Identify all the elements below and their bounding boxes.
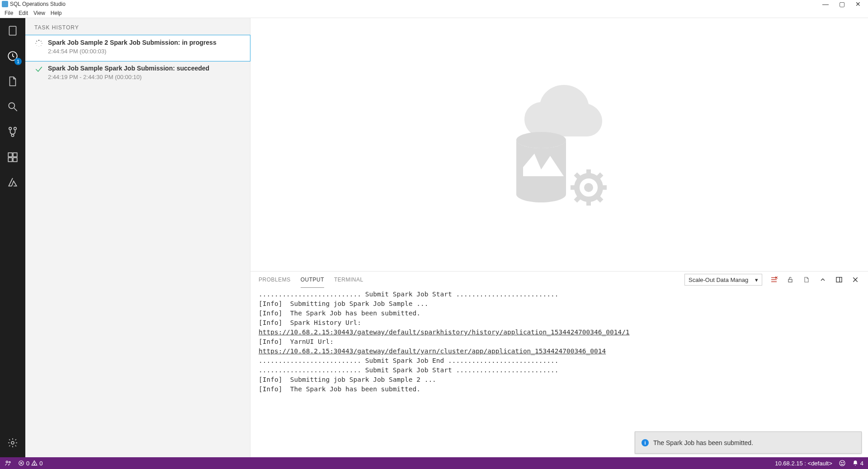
svg-rect-27 bbox=[600, 185, 607, 190]
activity-task-history[interactable]: 1 bbox=[0, 43, 25, 69]
menu-edit[interactable]: Edit bbox=[16, 9, 31, 17]
svg-rect-0 bbox=[9, 26, 16, 35]
activity-settings[interactable] bbox=[0, 430, 25, 455]
svg-rect-26 bbox=[571, 185, 577, 190]
window-title: SQL Operations Studio bbox=[10, 1, 66, 7]
task-time: 2:44:54 PM (00:00:03) bbox=[48, 48, 217, 55]
activity-source-control[interactable] bbox=[0, 119, 25, 145]
tab-terminal[interactable]: TERMINAL bbox=[334, 272, 363, 288]
svg-point-48 bbox=[34, 464, 35, 464]
svg-rect-25 bbox=[586, 199, 591, 206]
svg-rect-10 bbox=[8, 158, 12, 162]
task-title: Spark Job Sample Spark Job Submission: s… bbox=[48, 65, 209, 72]
close-panel-icon[interactable] bbox=[851, 275, 860, 284]
svg-point-43 bbox=[9, 461, 10, 463]
chevron-down-icon: ▾ bbox=[755, 277, 758, 283]
output-channel-select[interactable]: Scale-Out Data Manag ▾ bbox=[684, 274, 762, 286]
lock-scroll-icon[interactable] bbox=[786, 275, 795, 284]
spinner-icon bbox=[34, 39, 43, 48]
output-line: [Info] Submitting job Spark Job Sample .… bbox=[259, 300, 428, 307]
svg-point-13 bbox=[38, 40, 39, 41]
menu-view[interactable]: View bbox=[31, 9, 48, 17]
svg-point-49 bbox=[840, 460, 845, 466]
output-line: [Info] Submitting job Spark Job Sample 2… bbox=[259, 376, 436, 383]
error-count: 0 bbox=[26, 460, 29, 467]
output-line: [Info] Spark History Url: bbox=[259, 319, 361, 326]
output-line: [Info] The Spark Job has been submitted. bbox=[259, 310, 420, 317]
svg-point-21 bbox=[516, 132, 566, 148]
svg-point-15 bbox=[42, 43, 42, 44]
svg-point-3 bbox=[9, 103, 14, 108]
output-line: .......................... Submit Spark … bbox=[259, 357, 558, 364]
window-minimize-button[interactable]: — bbox=[817, 0, 834, 8]
toggle-panel-position-icon[interactable] bbox=[835, 275, 844, 284]
tab-problems[interactable]: PROBLEMS bbox=[259, 272, 291, 288]
svg-point-6 bbox=[14, 127, 16, 130]
panel: PROBLEMS OUTPUT TERMINAL Scale-Out Data … bbox=[250, 271, 868, 457]
output-link[interactable]: https://10.68.2.15:30443/gateway/default… bbox=[259, 347, 606, 355]
svg-line-4 bbox=[14, 108, 17, 111]
svg-point-14 bbox=[41, 41, 42, 42]
svg-point-18 bbox=[36, 45, 37, 46]
menubar: File Edit View Help bbox=[0, 8, 868, 18]
side-panel-task-history: TASK HISTORY Spark Job Sample 2 Spark Jo… bbox=[25, 18, 250, 457]
titlebar: SQL Operations Studio — ▢ ✕ bbox=[0, 0, 868, 8]
statusbar-connection[interactable]: 10.68.2.15 : <default> bbox=[775, 460, 832, 467]
svg-point-17 bbox=[38, 46, 39, 47]
svg-point-7 bbox=[11, 134, 14, 136]
chevron-up-icon[interactable] bbox=[818, 275, 827, 284]
activity-badge: 1 bbox=[14, 58, 22, 65]
database-cloud-watermark-icon bbox=[496, 77, 623, 212]
notification-toast[interactable]: i The Spark Job has been submitted. bbox=[635, 431, 862, 454]
svg-rect-38 bbox=[836, 277, 842, 282]
clear-output-icon[interactable] bbox=[769, 275, 778, 284]
svg-point-20 bbox=[36, 41, 37, 42]
output-line: [Info] YarnUI Url: bbox=[259, 338, 334, 345]
output-channel-value: Scale-Out Data Manag bbox=[689, 277, 748, 283]
window-maximize-button[interactable]: ▢ bbox=[834, 0, 850, 8]
svg-point-50 bbox=[841, 462, 841, 463]
activity-explorer[interactable] bbox=[0, 69, 25, 94]
svg-point-16 bbox=[41, 45, 42, 46]
activity-search[interactable] bbox=[0, 94, 25, 119]
statusbar-problems[interactable]: 0 0 bbox=[18, 460, 42, 467]
statusbar-notifications[interactable]: 4 bbox=[852, 460, 863, 467]
output-line: [Info] The Spark Job has been submitted. bbox=[259, 385, 420, 393]
svg-rect-9 bbox=[13, 153, 17, 157]
output-line: .......................... Submit Spark … bbox=[259, 291, 558, 298]
checkmark-icon bbox=[34, 65, 43, 74]
statusbar: 0 0 10.68.2.15 : <default> 4 bbox=[0, 457, 868, 469]
panel-tabbar: PROBLEMS OUTPUT TERMINAL Scale-Out Data … bbox=[250, 272, 868, 288]
svg-point-51 bbox=[843, 462, 843, 463]
menu-help[interactable]: Help bbox=[48, 9, 65, 17]
app-icon bbox=[2, 1, 8, 7]
activity-servers[interactable] bbox=[0, 18, 25, 43]
svg-rect-37 bbox=[788, 279, 792, 282]
statusbar-feedback[interactable] bbox=[839, 460, 846, 467]
svg-point-12 bbox=[11, 441, 14, 444]
activity-azure[interactable] bbox=[0, 170, 25, 195]
open-log-icon[interactable] bbox=[802, 275, 811, 284]
svg-point-5 bbox=[9, 127, 11, 130]
svg-rect-11 bbox=[13, 158, 17, 162]
menu-file[interactable]: File bbox=[2, 9, 16, 17]
svg-point-42 bbox=[6, 461, 8, 463]
task-history-item[interactable]: Spark Job Sample Spark Job Submission: s… bbox=[25, 61, 250, 87]
svg-rect-24 bbox=[586, 169, 591, 176]
side-panel-title: TASK HISTORY bbox=[25, 18, 250, 35]
notification-message: The Spark Job has been submitted. bbox=[653, 439, 753, 446]
activity-extensions[interactable] bbox=[0, 145, 25, 170]
window-close-button[interactable]: ✕ bbox=[850, 0, 866, 8]
svg-point-19 bbox=[35, 43, 36, 44]
task-history-item[interactable]: Spark Job Sample 2 Spark Job Submission:… bbox=[25, 35, 250, 61]
output-link[interactable]: https://10.68.2.15:30443/gateway/default… bbox=[259, 328, 630, 336]
editor-empty-state bbox=[250, 18, 868, 271]
tab-output[interactable]: OUTPUT bbox=[301, 272, 324, 288]
activity-bar: 1 bbox=[0, 18, 25, 457]
notification-count: 4 bbox=[860, 460, 863, 467]
statusbar-remote[interactable] bbox=[5, 460, 12, 467]
warning-count: 0 bbox=[39, 460, 42, 467]
svg-rect-8 bbox=[8, 153, 12, 157]
output-line: .......................... Submit Spark … bbox=[259, 366, 558, 374]
editor-area: PROBLEMS OUTPUT TERMINAL Scale-Out Data … bbox=[250, 18, 868, 457]
